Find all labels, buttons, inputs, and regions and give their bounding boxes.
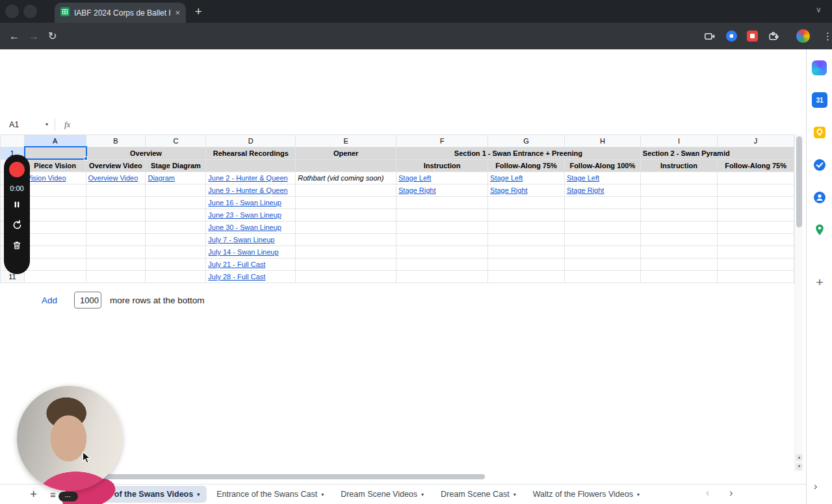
cell-J9[interactable] — [718, 246, 794, 258]
cell-I1[interactable]: Section 2 - Swan Pyramid — [640, 147, 794, 160]
cell-link[interactable]: Stage Right — [398, 186, 436, 194]
cell-A5[interactable] — [24, 197, 86, 209]
select-all-corner[interactable] — [1, 135, 25, 147]
pause-icon[interactable] — [12, 199, 22, 212]
cell-D7[interactable]: June 30 - Swan Lineup — [206, 221, 296, 234]
maps-icon[interactable] — [812, 222, 827, 238]
keep-icon[interactable] — [812, 125, 827, 140]
cell-B9[interactable] — [86, 246, 146, 258]
cell-H11[interactable] — [564, 271, 640, 283]
horizontal-scrollbar-thumb[interactable] — [72, 474, 485, 479]
cell-E1[interactable]: Opener — [296, 147, 396, 160]
cell-H7[interactable] — [564, 221, 640, 234]
extensions-puzzle-icon[interactable] — [768, 31, 779, 42]
browser-menu-icon[interactable]: ⋮ — [823, 31, 832, 42]
cell-J10[interactable] — [718, 258, 794, 271]
cell-A2[interactable]: Piece Vision — [24, 160, 86, 172]
cell-F6[interactable] — [396, 209, 488, 221]
cell-J3[interactable] — [718, 172, 794, 184]
cell-E11[interactable] — [296, 271, 396, 283]
window-control-icon[interactable] — [23, 5, 37, 18]
cell-link[interactable]: July 21 - Full Cast — [208, 260, 265, 268]
trash-icon[interactable] — [12, 240, 22, 253]
cell-C11[interactable] — [146, 271, 206, 283]
cell-G8[interactable] — [488, 234, 565, 246]
cell-B3[interactable]: Overview Video — [86, 172, 146, 184]
cell-J6[interactable] — [718, 209, 794, 221]
column-header-A[interactable]: A — [24, 135, 86, 147]
side-panel-collapse-icon[interactable]: › — [814, 481, 817, 492]
cell-D6[interactable]: June 23 - Swan Lineup — [206, 209, 296, 221]
cell-link[interactable]: Stage Left — [398, 174, 431, 182]
cell-B2[interactable]: Overview Video — [86, 160, 146, 172]
cell-J5[interactable] — [718, 197, 794, 209]
sheet-tab-dropdown-icon[interactable]: ▾ — [197, 492, 200, 498]
scroll-up-icon[interactable]: ▲ — [796, 454, 803, 461]
cell-E5[interactable] — [296, 197, 396, 209]
cell-I9[interactable] — [640, 246, 717, 258]
cell-D11[interactable]: July 28 - Full Cast — [206, 271, 296, 283]
cell-A10[interactable] — [24, 258, 86, 271]
cell-E8[interactable] — [296, 234, 396, 246]
cell-B10[interactable] — [86, 258, 146, 271]
cell-A1[interactable] — [24, 147, 86, 160]
cell-F11[interactable] — [396, 271, 488, 283]
tabs-scroll-left-icon[interactable]: ‹ — [706, 487, 709, 499]
cell-F8[interactable] — [396, 234, 488, 246]
fill-handle[interactable] — [84, 157, 88, 160]
cell-I7[interactable] — [640, 221, 717, 234]
cell-H8[interactable] — [564, 234, 640, 246]
cell-G9[interactable] — [488, 246, 565, 258]
cell-G10[interactable] — [488, 258, 565, 271]
cell-I3[interactable] — [640, 172, 717, 184]
cell-link[interactable]: June 2 - Hunter & Queen — [208, 174, 287, 182]
cell-link[interactable]: June 9 - Hunter & Queen — [208, 186, 287, 194]
cell-H10[interactable] — [564, 258, 640, 271]
cell-I5[interactable] — [640, 197, 717, 209]
reload-icon[interactable]: ↻ — [48, 30, 57, 42]
cell-I8[interactable] — [640, 234, 717, 246]
cell-J7[interactable] — [718, 221, 794, 234]
cell-link[interactable]: Stage Left — [490, 174, 523, 182]
contacts-icon[interactable] — [812, 190, 827, 205]
cell-H5[interactable] — [564, 197, 640, 209]
sheet-tab-dropdown-icon[interactable]: ▾ — [514, 492, 516, 498]
extension-blue-icon[interactable] — [726, 31, 737, 42]
cell-B7[interactable] — [86, 221, 146, 234]
cell-C5[interactable] — [146, 197, 206, 209]
cell-D10[interactable]: July 21 - Full Cast — [206, 258, 296, 271]
sheet-tab-2[interactable]: Entrance of the Swans Cast▾ — [209, 486, 331, 503]
cell-H9[interactable] — [564, 246, 640, 258]
sheet-tab-3[interactable]: Dream Scene Videos▾ — [333, 486, 431, 503]
cell-I10[interactable] — [640, 258, 717, 271]
tab-search-chevron-icon[interactable]: ∨ — [816, 5, 822, 14]
cell-link[interactable]: Stage Right — [567, 186, 604, 194]
cell-F3[interactable]: Stage Left — [396, 172, 488, 184]
tab-close-icon[interactable]: × — [175, 8, 180, 18]
cell-C2[interactable]: Stage Diagram — [146, 160, 206, 172]
cell-H6[interactable] — [564, 209, 640, 221]
cell-E10[interactable] — [296, 258, 396, 271]
cell-F2[interactable]: Instruction — [396, 160, 488, 172]
cell-D5[interactable]: June 16 - Swan Lineup — [206, 197, 296, 209]
cell-E6[interactable] — [296, 209, 396, 221]
window-control-icon[interactable] — [5, 5, 19, 18]
scroll-down-icon[interactable]: ▼ — [796, 463, 803, 470]
cell-I2[interactable]: Instruction — [640, 160, 717, 172]
cell-C6[interactable] — [146, 209, 206, 221]
cell-G3[interactable]: Stage Left — [488, 172, 565, 184]
back-icon[interactable]: ← — [9, 31, 20, 42]
new-tab-button[interactable]: + — [195, 3, 202, 20]
cell-E7[interactable] — [296, 221, 396, 234]
cell-F5[interactable] — [396, 197, 488, 209]
cell-A11[interactable] — [24, 271, 86, 283]
sheet-tab-4[interactable]: Dream Scene Cast▾ — [434, 486, 523, 503]
name-box-dropdown-icon[interactable]: ▾ — [46, 121, 55, 127]
cell-D1[interactable]: Rehearsal Recordings — [206, 147, 296, 160]
extension-red-icon[interactable] — [747, 31, 758, 42]
cell-A6[interactable] — [24, 209, 86, 221]
cell-E9[interactable] — [296, 246, 396, 258]
cell-B6[interactable] — [86, 209, 146, 221]
cell-G4[interactable]: Stage Right — [488, 184, 565, 197]
cell-G6[interactable] — [488, 209, 565, 221]
